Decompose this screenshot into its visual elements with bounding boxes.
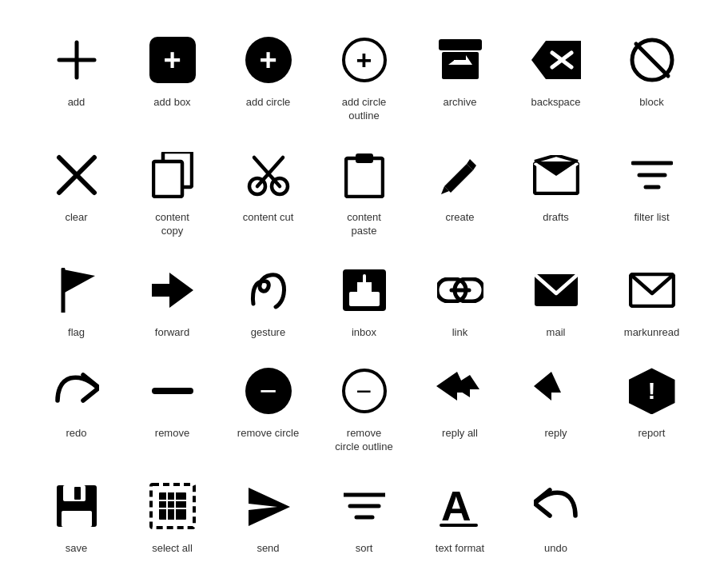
- icon-item-content-paste[interactable]: contentpaste: [316, 139, 412, 246]
- icon-item-link[interactable]: link: [412, 254, 508, 348]
- icon-item-send[interactable]: send: [221, 470, 316, 564]
- icon-item-inbox[interactable]: inbox: [316, 254, 412, 348]
- add-box-icon: +: [145, 32, 201, 88]
- content-copy-icon: [145, 147, 201, 203]
- backspace-label: backspace: [531, 96, 580, 110]
- report-icon: !: [624, 363, 680, 419]
- svg-rect-5: [454, 60, 467, 65]
- link-label: link: [452, 326, 468, 340]
- mail-icon: [528, 262, 584, 318]
- reply-all-label: reply all: [442, 427, 478, 440]
- content-cut-label: content cut: [243, 211, 294, 225]
- svg-rect-3: [442, 52, 479, 79]
- icon-item-save[interactable]: save: [29, 470, 125, 564]
- icon-item-add-circle-outline[interactable]: + add circleoutline: [316, 24, 412, 131]
- svg-rect-2: [439, 39, 482, 50]
- remove-label: remove: [155, 427, 189, 440]
- content-copy-label: contentcopy: [155, 211, 189, 238]
- drafts-label: drafts: [543, 211, 569, 225]
- svg-marker-41: [534, 372, 561, 401]
- icon-item-add-circle[interactable]: + add circle: [221, 24, 316, 131]
- clear-label: clear: [65, 211, 87, 225]
- undo-label: undo: [544, 542, 567, 556]
- report-label: report: [638, 427, 666, 440]
- add-label: add: [68, 96, 86, 110]
- icon-item-flag[interactable]: flag: [29, 254, 125, 348]
- icon-item-add[interactable]: add: [29, 24, 125, 131]
- icon-item-reply[interactable]: reply: [508, 355, 604, 462]
- icon-item-content-copy[interactable]: contentcopy: [125, 139, 221, 246]
- text-format-icon: A: [432, 478, 488, 534]
- icon-item-remove[interactable]: remove: [125, 355, 221, 462]
- redo-icon: [49, 363, 105, 419]
- svg-line-10: [636, 44, 668, 76]
- icon-item-filter-list[interactable]: filter list: [604, 139, 700, 246]
- block-label: block: [639, 96, 663, 110]
- gesture-label: gesture: [251, 326, 285, 340]
- icon-item-create[interactable]: create: [412, 139, 508, 246]
- filter-list-label: filter list: [634, 211, 669, 225]
- remove-circle-label: remove circle: [237, 427, 299, 440]
- svg-marker-6: [531, 41, 581, 79]
- icon-item-add-box[interactable]: + add box: [125, 24, 221, 131]
- svg-rect-45: [62, 511, 92, 527]
- mail-label: mail: [547, 326, 566, 340]
- create-label: create: [445, 211, 474, 225]
- save-icon: [49, 478, 105, 534]
- add-circle-label: add circle: [246, 96, 291, 110]
- select-all-icon: [145, 478, 201, 534]
- filter-list-icon: [624, 147, 680, 203]
- reply-icon: [528, 363, 584, 419]
- icon-item-content-cut[interactable]: content cut: [221, 139, 316, 246]
- add-circle-outline-label: add circleoutline: [342, 96, 387, 123]
- link-icon: [432, 262, 488, 318]
- svg-rect-19: [346, 158, 383, 197]
- archive-label: archive: [444, 96, 477, 110]
- reply-label: reply: [544, 427, 567, 440]
- icon-item-sort[interactable]: sort: [316, 470, 412, 564]
- icon-item-markunread[interactable]: markunread: [604, 254, 700, 348]
- icon-item-archive[interactable]: archive: [412, 24, 508, 131]
- icon-item-report[interactable]: ! report: [604, 355, 700, 462]
- backspace-icon: [528, 32, 584, 88]
- icon-item-forward[interactable]: forward: [125, 254, 221, 348]
- icon-item-gesture[interactable]: gesture: [221, 254, 316, 348]
- reply-all-icon: [432, 363, 488, 419]
- drafts-icon: [528, 147, 584, 203]
- svg-rect-14: [153, 161, 182, 197]
- icon-item-reply-all[interactable]: reply all: [412, 355, 508, 462]
- icon-item-clear[interactable]: clear: [29, 139, 125, 246]
- svg-rect-38: [152, 388, 193, 394]
- inbox-icon: [336, 262, 392, 318]
- icon-grid: add + add box + add circle + add circleo…: [13, 0, 716, 578]
- icon-item-undo[interactable]: undo: [508, 470, 604, 564]
- sort-icon: [336, 478, 392, 534]
- icon-item-select-all[interactable]: select all: [125, 470, 221, 564]
- save-label: save: [66, 542, 87, 556]
- sort-label: sort: [356, 542, 373, 556]
- forward-icon: [145, 262, 201, 318]
- svg-rect-20: [356, 153, 373, 163]
- add-box-label: add box: [153, 96, 190, 110]
- remove-icon: [145, 363, 201, 419]
- svg-line-17: [257, 157, 283, 186]
- icon-item-block[interactable]: block: [604, 24, 700, 131]
- text-format-label: text format: [436, 542, 484, 556]
- icon-item-remove-circle[interactable]: − remove circle: [221, 355, 316, 462]
- icon-item-drafts[interactable]: drafts: [508, 139, 604, 246]
- svg-rect-44: [74, 487, 81, 500]
- add-circle-icon: +: [241, 32, 296, 88]
- svg-marker-52: [249, 488, 290, 526]
- svg-rect-47: [159, 492, 186, 520]
- icon-item-redo[interactable]: redo: [29, 355, 125, 462]
- icon-item-mail[interactable]: mail: [508, 254, 604, 348]
- remove-circle-outline-label: removecircle outline: [335, 427, 392, 454]
- flag-label: flag: [68, 326, 85, 340]
- remove-circle-outline-icon: −: [336, 363, 392, 419]
- icon-item-text-format[interactable]: A text format: [412, 470, 508, 564]
- gesture-icon: [241, 262, 296, 318]
- icon-item-remove-circle-outline[interactable]: − removecircle outline: [316, 355, 412, 462]
- block-icon: [624, 32, 680, 88]
- markunread-label: markunread: [624, 326, 679, 340]
- icon-item-backspace[interactable]: backspace: [508, 24, 604, 131]
